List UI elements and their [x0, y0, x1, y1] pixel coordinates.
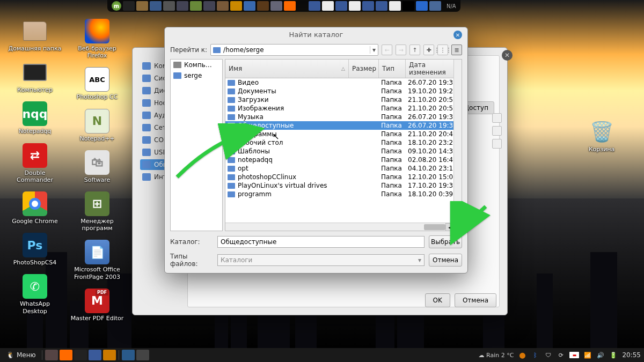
- scroll-right-icon[interactable]: ▸: [453, 223, 462, 231]
- panel-launcher[interactable]: [402, 1, 414, 11]
- file-row[interactable]: ЗагрузкиПапка21.10.20 20:50: [225, 95, 462, 104]
- tool-button[interactable]: [492, 126, 502, 136]
- tool-button[interactable]: [492, 113, 502, 123]
- scroll-down-icon[interactable]: ▾: [454, 215, 462, 223]
- update-icon[interactable]: ⟳: [557, 351, 565, 359]
- taskbar-launcher[interactable]: [103, 350, 116, 360]
- show-desktop-button[interactable]: [45, 350, 58, 360]
- weather-indicator[interactable]: ☁ Rain 2 °C: [479, 352, 514, 359]
- panel-launcher[interactable]: [123, 1, 135, 11]
- file-row[interactable]: ДокументыПапка19.10.20 19:21: [225, 87, 462, 95]
- mint-logo-icon[interactable]: m: [112, 1, 121, 11]
- desktop-icon[interactable]: Веб-браузер Firefox: [68, 16, 127, 63]
- desktop-icon[interactable]: 🛍Software: [68, 147, 127, 188]
- battery-icon[interactable]: 🔋: [609, 351, 618, 359]
- file-row[interactable]: ИзображенияПапка21.10.20 20:55: [225, 104, 462, 113]
- horizontal-scrollbar[interactable]: ◂ ▸: [225, 223, 462, 231]
- panel-launcher[interactable]: [389, 1, 401, 11]
- panel-launcher[interactable]: [136, 1, 148, 11]
- desktop-icon[interactable]: Домашняя папка: [5, 16, 64, 56]
- trash-icon[interactable]: 🗑️ Корзина: [572, 117, 631, 157]
- list-view-button[interactable]: ≣: [451, 45, 462, 55]
- start-menu-button[interactable]: 🐧 Меню: [3, 351, 39, 359]
- file-row[interactable]: optПапка04.10.20 23:18: [225, 164, 462, 173]
- file-row[interactable]: ВидеоПапка26.07.20 19:39: [225, 78, 462, 87]
- panel-launcher[interactable]: [190, 1, 202, 11]
- file-row[interactable]: programmПапка18.10.20 0:39: [225, 190, 462, 198]
- column-size[interactable]: Размер: [349, 60, 379, 78]
- bluetooth-icon[interactable]: ᛒ: [531, 351, 539, 359]
- desktop-icon[interactable]: ✆WhatsApp Desktop: [5, 271, 64, 319]
- path-combo[interactable]: /home/serge ▾: [210, 44, 378, 56]
- file-row[interactable]: Рабочий столПапка18.10.20 23:22: [225, 138, 462, 147]
- place-item[interactable]: Компь…: [171, 60, 222, 70]
- panel-launcher[interactable]: [257, 1, 269, 11]
- desktop-icon[interactable]: Google Chrome: [5, 189, 64, 229]
- tool-button[interactable]: [492, 139, 502, 149]
- desktop-icon[interactable]: PsPhotoShopCS4: [5, 230, 64, 270]
- close-icon[interactable]: ✕: [453, 31, 462, 39]
- panel-launcher[interactable]: [349, 1, 361, 11]
- panel-launcher[interactable]: [270, 1, 282, 11]
- panel-launcher[interactable]: [150, 1, 162, 11]
- tray-icon[interactable]: ⬤: [518, 351, 526, 359]
- shield-icon[interactable]: 🛡: [544, 351, 552, 359]
- clock[interactable]: 20:55: [622, 351, 641, 359]
- file-row[interactable]: photoshopCClinuxПапка12.10.20 15:02: [225, 173, 462, 181]
- panel-launcher[interactable]: [177, 1, 188, 11]
- file-row[interactable]: МузыкаПапка26.07.20 19:39: [225, 113, 462, 121]
- up-button[interactable]: ↑: [409, 45, 420, 55]
- desktop-icon[interactable]: nqqNotepadqq: [5, 99, 64, 139]
- taskbar-launcher[interactable]: [89, 350, 101, 360]
- column-name[interactable]: Имя△: [225, 60, 349, 78]
- file-types-combo[interactable]: Каталоги ▾: [217, 254, 425, 266]
- desktop-icon[interactable]: 📄Microsoft Office FrontPage 2003: [68, 237, 127, 284]
- panel-launcher[interactable]: [376, 1, 387, 11]
- taskbar-window[interactable]: [122, 350, 135, 360]
- taskbar-window[interactable]: [136, 350, 149, 360]
- desktop-icon[interactable]: ⇄Double Commander: [5, 141, 64, 188]
- panel-launcher[interactable]: [362, 1, 374, 11]
- catalog-input[interactable]: [217, 236, 425, 248]
- back-button[interactable]: ←: [382, 45, 392, 55]
- vertical-scrollbar[interactable]: ▾: [453, 60, 462, 223]
- desktop-icon[interactable]: MMaster PDF Editor: [68, 286, 127, 326]
- new-folder-button[interactable]: ✚: [423, 45, 434, 55]
- file-row[interactable]: ШаблоныПапка09.10.20 14:36: [225, 147, 462, 156]
- panel-launcher[interactable]: [230, 1, 242, 11]
- file-row[interactable]: notepadqqПапка02.08.20 16:49: [225, 156, 462, 164]
- forward-button[interactable]: →: [396, 45, 406, 55]
- panel-launcher[interactable]: [335, 1, 347, 11]
- cancel-button[interactable]: Отмена: [429, 254, 462, 267]
- desktop-icon[interactable]: ABCPhotoshop CC: [68, 64, 127, 105]
- place-item[interactable]: serge: [171, 70, 222, 81]
- accessibility-icon[interactable]: [416, 1, 428, 11]
- panel-launcher[interactable]: [322, 1, 334, 11]
- panel-launcher[interactable]: [203, 1, 215, 11]
- cancel-button[interactable]: Отмена: [455, 293, 496, 307]
- network-icon[interactable]: 📶: [583, 351, 592, 359]
- column-type[interactable]: Тип: [379, 60, 406, 78]
- ok-button[interactable]: OK: [425, 293, 450, 307]
- panel-launcher[interactable]: [244, 1, 255, 11]
- icon-view-button[interactable]: ⋮⋮⋮: [437, 45, 448, 55]
- keyboard-layout-icon[interactable]: ▬: [569, 352, 579, 358]
- panel-launcher[interactable]: [217, 1, 229, 11]
- file-row[interactable]: PlayOnLinux's virtual drivesПапка17.10.2…: [225, 181, 462, 190]
- file-row[interactable]: ПрограммыПапка21.10.20 20:49: [225, 130, 462, 138]
- desktop-icon[interactable]: ⊞Менеджер программ: [68, 189, 127, 236]
- panel-launcher[interactable]: [309, 1, 320, 11]
- panel-launcher[interactable]: [429, 1, 441, 11]
- desktop-icon[interactable]: NNotepad++: [68, 106, 127, 146]
- desktop-icon[interactable]: Компьютер: [5, 57, 64, 98]
- choose-button[interactable]: Выбрать: [429, 235, 462, 248]
- panel-launcher[interactable]: [284, 1, 296, 11]
- volume-icon[interactable]: 🔊: [596, 351, 605, 359]
- panel-launcher[interactable]: [163, 1, 175, 11]
- taskbar-launcher[interactable]: [60, 350, 72, 360]
- close-icon[interactable]: ✕: [502, 50, 513, 61]
- chevron-down-icon[interactable]: ▾: [370, 46, 376, 54]
- taskbar-launcher[interactable]: [74, 350, 87, 360]
- file-row[interactable]: ОбщедоступныеПапка26.07.20 19:39: [225, 121, 462, 130]
- scroll-left-icon[interactable]: ◂: [445, 223, 453, 231]
